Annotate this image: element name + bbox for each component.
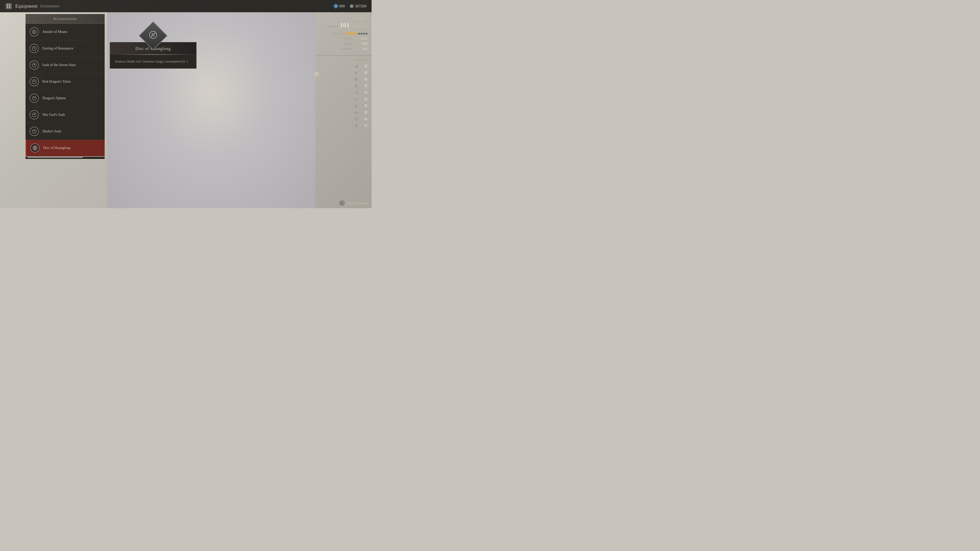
accessories-panel-title: Accessories <box>53 17 77 21</box>
proficiency-value-7: 11 <box>360 104 368 108</box>
proficiency-row-3: 11 <box>320 77 368 82</box>
page-title: Equipment <box>15 3 38 9</box>
list-item[interactable]: War God's Sash <box>25 106 105 123</box>
detail-item-description: Reduces Battle Arts' Stamina Gauge consu… <box>110 55 196 68</box>
page-subtitle: Accessories <box>40 4 59 8</box>
stat-row-health: Health 2252 <box>320 37 368 41</box>
defense-value: 956 <box>355 47 368 51</box>
stats-grid: Bravery Health 2252 Attack 1389 Defense <box>315 30 372 53</box>
character-rank-row: Rank Lv. 101 True Warrior <box>315 21 372 30</box>
rank-title: True Warrior <box>352 24 368 28</box>
svg-point-6 <box>32 30 36 34</box>
proficiency-icon-1 <box>354 64 359 68</box>
list-item[interactable]: Red Dragon's Talon <box>25 73 105 90</box>
bravery-dot-5 <box>355 33 357 35</box>
bravery-dot-2 <box>348 33 350 35</box>
svg-rect-5 <box>9 6 11 8</box>
attack-value: 1389 <box>355 41 368 46</box>
proficiency-section: Proficiency 11 11 11 11 <box>315 56 372 128</box>
header-currencies: 999 307209 <box>334 4 367 8</box>
bravery-dots <box>345 33 368 35</box>
proficiency-value-3: 11 <box>360 77 368 81</box>
proficiency-icon-2 <box>354 70 359 75</box>
item-name-war-god-sash: War God's Sash <box>42 113 65 117</box>
bravery-dot-4 <box>353 33 355 35</box>
stat-row-attack: Attack 1389 <box>320 41 368 46</box>
item-name-zhuhes-sash: Zhuhe's Sash <box>42 129 61 133</box>
proficiency-icon-3 <box>354 77 359 82</box>
svg-rect-3 <box>9 4 11 6</box>
proficiency-row-4: 11 <box>320 83 368 89</box>
header-bar: Equipment Accessories 999 307209 <box>0 0 372 12</box>
proficiency-row-5: 11 <box>320 90 368 95</box>
change-display-label: Change Display <box>346 201 368 205</box>
item-icon-dragon-spleen <box>30 94 39 103</box>
proficiency-row-7: 11 <box>320 103 368 108</box>
proficiency-row-1: 11 <box>320 64 368 68</box>
bravery-dot-3 <box>350 33 352 35</box>
health-value: 2252 <box>355 37 368 41</box>
coin-value: 307209 <box>355 4 366 8</box>
change-display-icon: ○ <box>339 200 345 206</box>
item-icon-sash-stars <box>30 60 39 70</box>
list-item[interactable]: Earring of Resonance <box>25 40 105 57</box>
bravery-label: Bravery <box>320 32 342 35</box>
list-item[interactable]: Zhuhe's Sash <box>25 123 105 140</box>
item-icon-amulet <box>30 27 39 37</box>
detail-item-icon-diamond <box>138 21 167 50</box>
proficiency-value-5: 11 <box>360 91 368 95</box>
list-item[interactable]: Disc of Huanglong <box>25 140 105 156</box>
item-name-sash-stars: Sash of the Seven Stars <box>42 63 76 67</box>
defense-label: Defense <box>320 47 352 51</box>
item-icon-zhuhes-sash <box>30 127 39 136</box>
list-item[interactable]: Dragon's Spleen <box>25 90 105 106</box>
rank-label: Rank Lv. <box>328 24 339 28</box>
change-display-button[interactable]: ○ Change Display <box>339 200 368 206</box>
svg-rect-2 <box>7 4 8 6</box>
item-icon-dragon-talon <box>30 77 39 86</box>
currency-diamonds: 999 <box>334 4 345 8</box>
proficiency-icon-4 <box>354 83 359 89</box>
proficiency-value-2: 11 <box>360 71 368 75</box>
scroll-indicator <box>25 157 105 159</box>
watermark-text: ©コーエーテクモゲームス <box>328 167 331 206</box>
item-icon-war-god-sash <box>30 110 39 119</box>
detail-panel: Disc of Huanglong Reduces Battle Arts' S… <box>110 25 197 68</box>
proficiency-value-8: 11 <box>360 110 368 114</box>
proficiency-row-10: 11 <box>320 123 368 128</box>
proficiency-row-6: 11 <box>320 97 368 102</box>
item-icon-earring <box>30 44 39 53</box>
diamond-value: 999 <box>339 4 345 8</box>
proficiency-value-1: 11 <box>360 64 368 68</box>
svg-rect-4 <box>7 6 8 8</box>
proficiency-icon-10 <box>354 123 359 128</box>
item-name-amulet: Amulet of Means <box>42 30 67 34</box>
equipment-icon <box>5 3 12 10</box>
character-name: Wanderer <box>315 14 372 21</box>
proficiency-row-8: 11 <box>320 110 368 115</box>
character-stats-panel: Wanderer Rank Lv. 101 True Warrior Brave… <box>315 14 372 130</box>
stat-row-bravery: Bravery <box>320 32 368 35</box>
attack-label: Attack <box>320 42 352 46</box>
list-item[interactable]: Sash of the Seven Stars <box>25 57 105 73</box>
bravery-dot-9 <box>366 33 368 35</box>
item-name-earring: Earring of Resonance <box>42 46 73 51</box>
proficiency-icon-8 <box>354 110 359 115</box>
proficiency-value-4: 11 <box>360 84 368 88</box>
bravery-dot-7 <box>360 33 363 35</box>
detail-item-icon-inner <box>148 30 158 41</box>
accessories-list[interactable]: Amulet of Means Earring of Resonance Sas… <box>25 24 105 156</box>
health-label: Health <box>320 37 352 41</box>
proficiency-label: Proficiency <box>320 58 368 62</box>
bravery-dot-6 <box>358 33 360 35</box>
proficiency-icon-9 <box>354 117 359 122</box>
list-item[interactable]: Amulet of Means <box>25 24 105 40</box>
proficiency-icon-5 <box>354 90 359 95</box>
bravery-dot-8 <box>363 33 365 35</box>
proficiency-icon-7 <box>354 103 359 108</box>
proficiency-icon-6 <box>354 97 359 102</box>
proficiency-value-6: 11 <box>360 97 368 101</box>
stat-row-defense: Defense 956 <box>320 47 368 51</box>
currency-coins: 307209 <box>350 4 366 8</box>
proficiency-row-2: 11 <box>320 70 368 75</box>
